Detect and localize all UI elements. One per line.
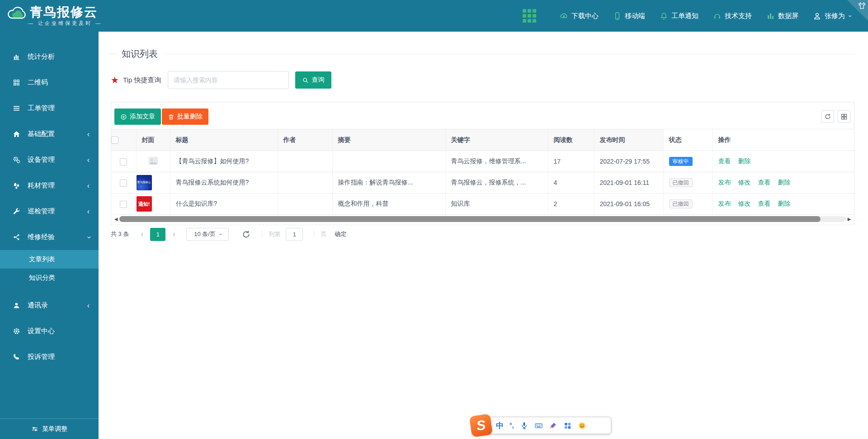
action-link-查看[interactable]: 查看 — [758, 200, 771, 207]
action-link-查看[interactable]: 查看 — [758, 179, 771, 186]
add-article-button[interactable]: 添加文章 — [114, 109, 161, 125]
nav-item-label: 工单通知 — [671, 12, 698, 20]
action-link-修改[interactable]: 修改 — [738, 179, 751, 186]
table-row: 青鸟报修云青鸟报修云系统如何使用?操作指南：解说青鸟报修...青鸟报修云，报修系… — [111, 172, 854, 194]
headset-icon — [713, 12, 722, 20]
read-count: 4 — [548, 172, 594, 194]
header-nav: 下载中心移动端工单通知技术支持数据屏张修为‹ — [560, 0, 850, 32]
column-header: 发布时间 — [594, 129, 663, 151]
action-link-修改[interactable]: 修改 — [738, 200, 751, 207]
sidebar-item[interactable]: 通讯录‹ — [0, 293, 99, 318]
table-row: 通知!什么是知识库?概念和作用，科普知识库22021-09-01 16:05已撤… — [111, 194, 854, 215]
sidebar-subitem[interactable]: 文章列表 — [0, 250, 99, 269]
nav-item-6[interactable]: 张修为‹ — [813, 12, 850, 20]
ime-punctuation-toggle[interactable]: °, — [509, 422, 514, 429]
row-checkbox[interactable] — [120, 179, 127, 187]
page-title-row: 知识列表 — [110, 47, 855, 60]
trash-icon — [168, 113, 175, 120]
chevron-down-icon: ‹ — [85, 236, 92, 238]
table-columns-button[interactable] — [838, 110, 850, 123]
article-keywords: 青鸟云报修，维修管理系... — [445, 151, 548, 172]
sidebar-item[interactable]: 二维码 — [0, 70, 99, 95]
article-keywords: 知识库 — [445, 194, 548, 215]
drops-icon — [13, 182, 20, 189]
article-keywords: 青鸟报修云，报修系统，... — [445, 172, 548, 194]
scroll-left-arrow[interactable]: ◀ — [113, 217, 119, 222]
batch-delete-button[interactable]: 批量删除 — [162, 109, 208, 125]
sidebar-menu-adjust[interactable]: 菜单调整 — [0, 418, 99, 439]
action-link-删除[interactable]: 删除 — [738, 157, 751, 165]
row-checkbox[interactable] — [120, 201, 127, 208]
search-button[interactable]: 查询 — [295, 71, 331, 89]
search-input[interactable] — [168, 71, 289, 89]
nav-item-4[interactable]: 技术支持 — [713, 12, 752, 20]
sidebar-item-label: 二维码 — [28, 78, 48, 87]
sogou-logo-icon[interactable]: S — [469, 414, 493, 437]
scrollbar-thumb[interactable] — [119, 216, 821, 222]
user-icon — [813, 12, 821, 20]
theme-shirt-icon[interactable] — [858, 1, 866, 10]
pagination: 共 3 条 ‹ 1 › 10 条/页 ‹ 到第 页 确定 — [111, 227, 346, 241]
microphone-icon[interactable] — [520, 421, 528, 430]
status-badge: 已撤回 — [669, 199, 693, 208]
sidebar-item[interactable]: 维修经验‹ — [0, 224, 99, 250]
sidebar-footer-label: 菜单调整 — [42, 425, 67, 433]
emoji-icon[interactable] — [578, 421, 586, 430]
sidebar-item-label: 维修经验 — [28, 233, 55, 241]
sidebar-item[interactable]: 巡检管理‹ — [0, 198, 99, 224]
sidebar-item[interactable]: 基础配置‹ — [0, 121, 99, 147]
apps-grid-icon[interactable] — [523, 9, 536, 23]
nav-item-1[interactable]: 下载中心 — [560, 12, 599, 20]
article-summary — [332, 151, 445, 172]
current-page-button[interactable]: 1 — [150, 228, 165, 241]
sliders-icon — [31, 425, 38, 433]
action-link-查看[interactable]: 查看 — [718, 157, 731, 165]
publish-time: 2022-07-29 17:55 — [594, 151, 663, 172]
home-icon — [13, 130, 20, 138]
pagination-refresh-icon[interactable] — [241, 230, 251, 239]
plus-circle-icon — [120, 113, 127, 120]
action-link-发布[interactable]: 发布 — [718, 179, 731, 186]
goto-page-input[interactable] — [286, 228, 303, 241]
toolbox-grid-icon[interactable] — [563, 421, 572, 430]
next-page-button[interactable]: › — [168, 230, 179, 239]
read-count: 2 — [548, 194, 594, 215]
prev-page-button[interactable]: ‹ — [136, 230, 148, 239]
keyboard-icon[interactable] — [534, 421, 543, 430]
sidebar-menu: 统计分析二维码工单管理基础配置‹设备管理‹耗材管理‹巡检管理‹维修经验‹文章列表… — [0, 32, 99, 370]
action-link-删除[interactable]: 删除 — [778, 179, 791, 186]
article-cover-thumbnail: 青鸟报修云 — [137, 175, 152, 190]
nav-item-2[interactable]: 移动端 — [613, 12, 645, 20]
sidebar-item[interactable]: 耗材管理‹ — [0, 173, 99, 198]
pagination-total: 共 3 条 — [111, 230, 129, 238]
pagination-divider-2 — [314, 231, 314, 238]
download-icon — [560, 12, 568, 20]
ime-language-mode[interactable]: 中 — [496, 422, 504, 430]
table-refresh-button[interactable] — [821, 110, 834, 123]
action-link-发布[interactable]: 发布 — [718, 200, 731, 207]
row-actions: 发布修改查看删除 — [712, 172, 854, 194]
sidebar-item[interactable]: 投诉管理 — [0, 344, 99, 370]
page-size-select[interactable]: 10 条/页 ‹ — [186, 228, 229, 241]
sidebar-item-label: 巡检管理 — [28, 207, 55, 216]
scrollbar-track[interactable] — [119, 216, 846, 222]
sidebar-item[interactable]: 工单管理 — [0, 95, 99, 121]
nav-item-5[interactable]: 数据屏 — [766, 12, 798, 20]
sidebar-item[interactable]: 设置中心 — [0, 318, 99, 344]
sidebar-item[interactable]: 统计分析 — [0, 44, 99, 70]
sidebar-item[interactable]: 设备管理‹ — [0, 147, 99, 173]
column-header: 作者 — [278, 129, 332, 151]
select-all-checkbox[interactable] — [111, 137, 118, 144]
skin-brush-icon[interactable] — [549, 421, 557, 430]
action-link-删除[interactable]: 删除 — [778, 200, 791, 207]
goto-confirm-button[interactable]: 确定 — [335, 230, 346, 238]
articles-table: 封面标题作者摘要关键字阅读数发布时间状态操作 【青鸟云报修】如何使用?青鸟云报修… — [111, 129, 854, 215]
row-checkbox[interactable] — [120, 158, 127, 165]
sidebar-subitem[interactable]: 知识分类 — [0, 269, 99, 287]
scroll-right-arrow[interactable]: ▶ — [846, 217, 853, 222]
chevron-left-icon: ‹ — [87, 182, 90, 189]
main-content: 知识列表 ★ Tip 快捷查询 查询 — [99, 32, 868, 439]
article-title: 【青鸟云报修】如何使用? — [170, 151, 278, 172]
nav-item-3[interactable]: 工单通知 — [660, 12, 698, 20]
chevron-left-icon: ‹ — [87, 208, 90, 215]
